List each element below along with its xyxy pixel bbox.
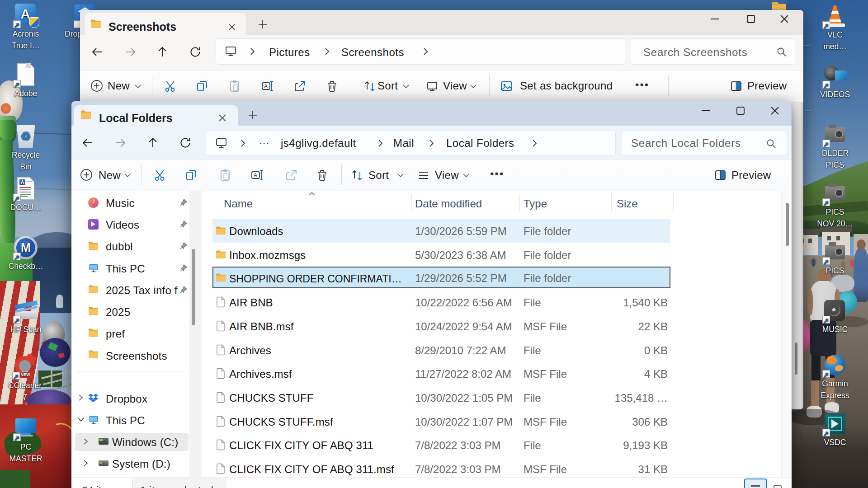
svg-text:A: A bbox=[264, 83, 268, 89]
svg-text:A: A bbox=[254, 172, 257, 178]
